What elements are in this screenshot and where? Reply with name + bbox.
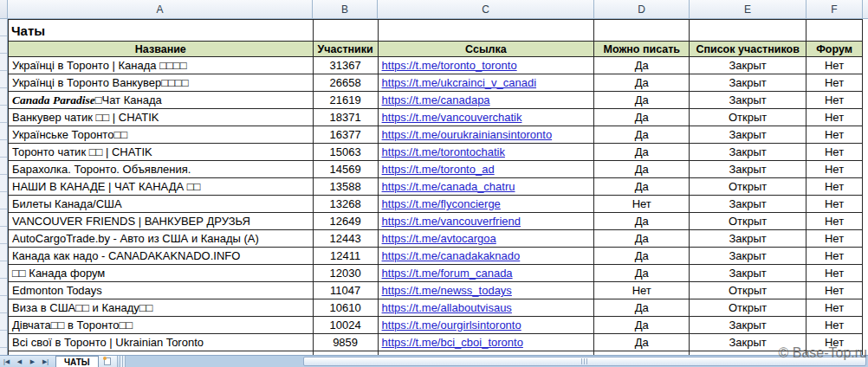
can-write-cell[interactable]: Да — [594, 265, 690, 282]
chat-name-cell[interactable]: Дівчата□□ в Торонто□□ — [9, 317, 314, 334]
can-write-cell[interactable]: Да — [594, 126, 690, 144]
forum-cell[interactable]: Нет — [806, 282, 863, 299]
members-count-cell[interactable]: 12030 — [314, 265, 379, 282]
chat-name-cell[interactable]: НАШИ В КАНАДЕ | ЧАТ КАНАДА □□ — [9, 178, 314, 196]
can-write-cell[interactable]: Да — [594, 178, 690, 196]
empty-cell[interactable] — [379, 20, 595, 42]
empty-cell[interactable] — [594, 20, 690, 42]
forum-cell[interactable]: Нет — [806, 57, 863, 74]
prev-sheet-icon[interactable]: ◀ — [13, 356, 26, 367]
column-header-a[interactable]: A — [8, 0, 313, 18]
chat-name-cell[interactable]: Виза в США□□ и Канаду□□ — [9, 299, 314, 317]
insert-worksheet-tab[interactable] — [99, 356, 118, 367]
chat-link[interactable]: https://t.me/bci_cboi_toronto — [382, 336, 523, 349]
column-header-d[interactable]: D — [594, 0, 690, 18]
chat-link[interactable]: https://t.me/vancouverchatik — [382, 111, 522, 124]
members-list-cell[interactable]: Открыт — [690, 109, 806, 126]
last-sheet-icon[interactable]: ▶| — [39, 356, 52, 367]
chat-name-cell[interactable]: Українське Торонто□□ — [9, 126, 314, 144]
forum-cell[interactable]: Нет — [806, 178, 863, 196]
forum-cell[interactable]: Нет — [806, 92, 863, 109]
members-count-cell[interactable]: 14569 — [314, 161, 379, 178]
members-list-cell[interactable]: Закрыт — [690, 144, 806, 161]
members-list-cell[interactable]: Закрыт — [690, 57, 806, 74]
members-list-cell[interactable]: Закрыт — [690, 92, 806, 109]
next-sheet-icon[interactable]: ▶ — [26, 356, 39, 367]
can-write-cell[interactable]: Нет — [594, 196, 690, 213]
chat-link[interactable]: https://t.me/allaboutvisaus — [382, 301, 512, 314]
can-write-cell[interactable]: Да — [594, 299, 690, 317]
can-write-cell[interactable]: Да — [594, 317, 690, 334]
forum-cell[interactable]: Нет — [806, 126, 863, 144]
can-write-cell[interactable]: Да — [594, 161, 690, 178]
members-count-cell[interactable]: 21619 — [314, 92, 379, 109]
members-count-cell[interactable]: 12443 — [314, 230, 379, 248]
horizontal-scrollbar[interactable] — [125, 356, 868, 367]
forum-cell[interactable]: Нет — [806, 317, 863, 334]
empty-cell[interactable] — [690, 20, 806, 42]
empty-cell[interactable] — [314, 20, 379, 42]
can-write-cell[interactable]: Да — [594, 57, 690, 74]
chat-link[interactable]: https://t.me/canadakaknado — [382, 249, 521, 262]
can-write-cell[interactable]: Да — [594, 92, 690, 109]
members-list-cell[interactable]: Закрыт — [690, 265, 806, 282]
chat-link[interactable]: https://t.me/flyconcierge — [382, 197, 501, 210]
forum-cell[interactable]: Нет — [806, 299, 863, 317]
members-count-cell[interactable]: 26658 — [314, 74, 379, 92]
chat-link[interactable]: https://t.me/ourgirlsintoronto — [382, 319, 521, 332]
members-list-cell[interactable]: Открыт — [690, 213, 806, 230]
can-write-cell[interactable]: Да — [594, 248, 690, 265]
forum-cell[interactable]: Нет — [806, 144, 863, 161]
chat-name-cell[interactable]: □□ Канада форум — [9, 265, 314, 282]
row-header-strip[interactable] — [0, 19, 8, 367]
members-list-cell[interactable]: Закрыт — [690, 248, 806, 265]
chat-name-cell[interactable]: Edmonton Todays — [9, 282, 314, 299]
chat-name-cell[interactable]: Канада как надо - CANADAKAKNADO.INFO — [9, 248, 314, 265]
chat-name-cell[interactable]: Українці в Торонто | Канада □□□□ — [9, 57, 314, 74]
can-write-cell[interactable]: Да — [594, 74, 690, 92]
can-write-cell[interactable]: Нет — [594, 282, 690, 299]
column-header-c[interactable]: C — [378, 0, 594, 18]
header-name[interactable]: Название — [9, 42, 314, 57]
forum-cell[interactable]: Нет — [806, 109, 863, 126]
forum-cell[interactable]: Нет — [806, 265, 863, 282]
chat-name-cell[interactable]: Всі свої в Торонто | Ukrainian Toronto — [9, 334, 314, 351]
chat-name-cell[interactable]: Торонто чатик □□ | CHATIK — [9, 144, 314, 161]
chat-link[interactable]: https://t.me/forum_canada — [382, 267, 513, 280]
chat-link[interactable]: https://t.me/canadapa — [382, 93, 490, 106]
can-write-cell[interactable]: Да — [594, 213, 690, 230]
chat-link[interactable]: https://t.me/toronto_toronto — [382, 59, 517, 72]
chat-name-cell[interactable]: AutoCargoTrade.by - Авто из США и Канады… — [9, 230, 314, 248]
members-list-cell[interactable]: Открыт — [690, 282, 806, 299]
column-header-e[interactable]: E — [690, 0, 806, 18]
first-sheet-icon[interactable]: |◀ — [0, 356, 13, 367]
can-write-cell[interactable]: Да — [594, 230, 690, 248]
header-forum[interactable]: Форум — [806, 42, 863, 57]
members-count-cell[interactable]: 10024 — [314, 317, 379, 334]
members-list-cell[interactable]: Закрыт — [690, 126, 806, 144]
forum-cell[interactable]: Нет — [806, 74, 863, 92]
chat-link[interactable]: https://t.me/ourukrainiansintoronto — [382, 128, 553, 141]
header-members[interactable]: Участники — [314, 42, 379, 57]
members-list-cell[interactable]: Закрыт — [690, 196, 806, 213]
members-count-cell[interactable]: 15063 — [314, 144, 379, 161]
members-count-cell[interactable]: 12411 — [314, 248, 379, 265]
chat-name-cell[interactable]: Ванкувер чатик □□ | CHATIK — [9, 109, 314, 126]
select-all-corner[interactable] — [0, 0, 8, 18]
members-count-cell[interactable]: 16377 — [314, 126, 379, 144]
chat-link[interactable]: https://t.me/toronto_ad — [382, 163, 495, 176]
members-list-cell[interactable]: Закрыт — [690, 317, 806, 334]
chat-link[interactable]: https://t.me/vancouverfriend — [382, 215, 521, 228]
members-count-cell[interactable]: 11047 — [314, 282, 379, 299]
members-count-cell[interactable]: 31367 — [314, 57, 379, 74]
column-header-b[interactable]: B — [313, 0, 378, 18]
chat-name-cell[interactable]: Українці в Торонто Ванкувер□□□□ — [9, 74, 314, 92]
members-count-cell[interactable]: 13268 — [314, 196, 379, 213]
chat-link[interactable]: https://t.me/ukcrainci_v_canadi — [382, 76, 536, 89]
members-count-cell[interactable]: 12649 — [314, 213, 379, 230]
chat-link[interactable]: https://t.me/newss_todays — [382, 284, 512, 297]
members-list-cell[interactable]: Закрыт — [690, 230, 806, 248]
members-list-cell[interactable]: Закрыт — [690, 74, 806, 92]
forum-cell[interactable]: Нет — [806, 161, 863, 178]
can-write-cell[interactable]: Да — [594, 334, 690, 351]
